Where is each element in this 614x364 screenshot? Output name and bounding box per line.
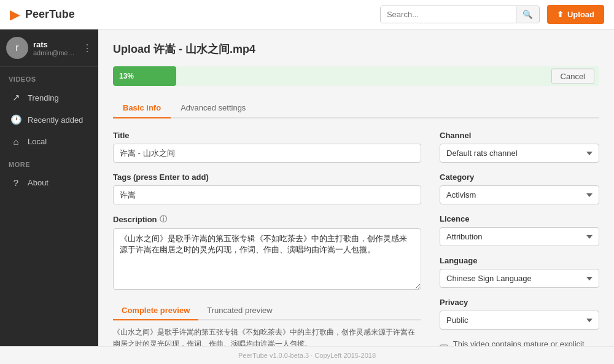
- description-label: Description ⓘ: [113, 214, 421, 225]
- tags-input[interactable]: [113, 185, 421, 204]
- description-group: Description ⓘ 《山水之间》是歌手许嵩的第五张专辑《不如吃茶去》中的…: [113, 214, 421, 292]
- title-group: Title: [113, 131, 421, 163]
- upload-button[interactable]: ⬆ Upload: [547, 5, 604, 24]
- search-input[interactable]: [381, 6, 516, 23]
- form-columns: Title Tags (press Enter to add) Descript…: [113, 131, 599, 346]
- tags-group: Tags (press Enter to add): [113, 172, 421, 204]
- sidebar-item-local[interactable]: ⌂ Local: [0, 131, 98, 152]
- tab-basic-info[interactable]: Basic info: [113, 98, 171, 118]
- navbar-right: 🔍 ⬆ Upload: [380, 5, 604, 24]
- sidebar-item-recently-added[interactable]: 🕐 Recently added: [0, 109, 98, 131]
- about-icon: ?: [10, 177, 21, 188]
- category-select[interactable]: Activism: [440, 185, 599, 204]
- progress-label: 13%: [119, 72, 134, 80]
- form-left: Title Tags (press Enter to add) Descript…: [113, 131, 421, 346]
- language-select[interactable]: Chinese Sign Language: [440, 269, 599, 288]
- preview-text: 《山水之间》是歌手许嵩的第五张专辑《不如吃茶去》中的主打歌曲，创作灵感来源于许嵩…: [113, 327, 421, 346]
- app-body: r rats admin@meorats.com ⋮ VIDEOS ↗ Tren…: [0, 29, 614, 346]
- category-group: Category Activism: [440, 172, 599, 204]
- title-label: Title: [113, 131, 421, 140]
- channel-select[interactable]: Default rats channel: [440, 144, 599, 163]
- privacy-group: Privacy Public: [440, 298, 599, 330]
- user-menu-button[interactable]: ⋮: [82, 42, 92, 54]
- navbar-left: ▶ PeerTube: [10, 7, 75, 23]
- language-label: Language: [440, 256, 599, 265]
- preview-tabs: Complete preview Truncated preview: [113, 301, 421, 320]
- title-input[interactable]: [113, 144, 421, 163]
- navbar-brand: PeerTube: [25, 8, 75, 21]
- form-right: Channel Default rats channel Category Ac…: [440, 131, 599, 346]
- trending-icon: ↗: [10, 92, 21, 103]
- main-content: Upload 许嵩 - 山水之间.mp4 13% Cancel Basic in…: [98, 29, 614, 346]
- sidebar-section-label-more: MORE: [0, 152, 98, 172]
- local-icon: ⌂: [10, 136, 21, 147]
- page-footer: PeerTube v1.0.0-beta.3 · CopyLeft 2015-2…: [0, 346, 614, 364]
- cancel-button[interactable]: Cancel: [551, 69, 594, 84]
- sidebar-section-videos: VIDEOS ↗ Trending 🕐 Recently added ⌂ Loc…: [0, 67, 98, 152]
- description-help-icon: ⓘ: [160, 214, 167, 225]
- channel-label: Channel: [440, 131, 599, 140]
- sidebar-section-label-videos: VIDEOS: [0, 67, 98, 87]
- mature-label: This video contains mature or explicit c…: [453, 339, 599, 346]
- tab-truncated-preview[interactable]: Truncated preview: [198, 301, 281, 320]
- page-title: Upload 许嵩 - 山水之间.mp4: [113, 42, 599, 56]
- category-label: Category: [440, 172, 599, 182]
- sidebar-item-label: Recently added: [28, 115, 83, 125]
- recently-added-icon: 🕐: [10, 114, 21, 125]
- privacy-label: Privacy: [440, 298, 599, 307]
- tab-complete-preview[interactable]: Complete preview: [113, 301, 198, 320]
- user-info: rats admin@meorats.com: [33, 40, 77, 56]
- licence-label: Licence: [440, 214, 599, 223]
- navbar: ▶ PeerTube 🔍 ⬆ Upload: [0, 0, 614, 29]
- tags-label: Tags (press Enter to add): [113, 172, 421, 182]
- sidebar-user: r rats admin@meorats.com ⋮: [0, 29, 98, 67]
- sidebar-item-label: Local: [28, 137, 47, 146]
- sidebar-item-label: About: [28, 178, 49, 187]
- sidebar: r rats admin@meorats.com ⋮ VIDEOS ↗ Tren…: [0, 29, 98, 346]
- upload-icon: ⬆: [557, 10, 564, 19]
- upload-progress-container: 13% Cancel: [113, 66, 599, 86]
- username: rats: [33, 40, 77, 49]
- search-button[interactable]: 🔍: [516, 6, 539, 23]
- peertube-logo-icon: ▶: [10, 7, 20, 23]
- description-input[interactable]: 《山水之间》是歌手许嵩的第五张专辑《不如吃茶去》中的主打歌曲，创作灵感来源于许嵩…: [113, 228, 421, 290]
- mature-content-group: This video contains mature or explicit c…: [440, 339, 599, 346]
- licence-group: Licence Attribution: [440, 214, 599, 246]
- sidebar-section-more: MORE ? About: [0, 152, 98, 193]
- channel-group: Channel Default rats channel: [440, 131, 599, 163]
- user-email: admin@meorats.com: [33, 49, 77, 56]
- footer-text: PeerTube v1.0.0-beta.3 · CopyLeft 2015-2…: [238, 352, 376, 359]
- upload-progress-bar: 13%: [113, 66, 176, 86]
- form-tabs: Basic info Advanced settings: [113, 98, 599, 118]
- tab-advanced-settings[interactable]: Advanced settings: [171, 98, 255, 118]
- sidebar-item-label: Trending: [28, 93, 59, 103]
- licence-select[interactable]: Attribution: [440, 227, 599, 246]
- search-bar: 🔍: [380, 6, 540, 23]
- avatar: r: [6, 37, 28, 59]
- sidebar-item-about[interactable]: ? About: [0, 172, 98, 193]
- sidebar-item-trending[interactable]: ↗ Trending: [0, 87, 98, 109]
- privacy-select[interactable]: Public: [440, 311, 599, 330]
- upload-label: Upload: [567, 10, 594, 19]
- language-group: Language Chinese Sign Language: [440, 256, 599, 288]
